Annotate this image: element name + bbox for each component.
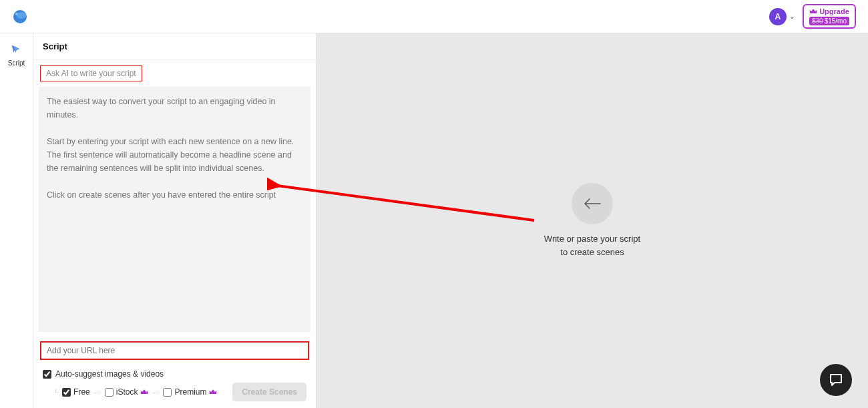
- ask-ai-button[interactable]: Ask AI to write your script: [40, 65, 142, 81]
- main-layout: Script Script Ask AI to write your scrip…: [0, 33, 868, 408]
- crown-icon: [140, 388, 148, 396]
- create-scenes-button[interactable]: Create Scenes: [232, 383, 306, 401]
- svg-point-1: [17, 12, 26, 19]
- top-header: A ⌄ Upgrade $30$15/mo: [0, 0, 868, 33]
- app-logo[interactable]: [12, 9, 28, 25]
- url-input[interactable]: [40, 341, 309, 360]
- panel-title: Script: [33, 33, 316, 60]
- preview-empty-line2: to create scenes: [544, 246, 640, 259]
- sources-row: └ Free — iStock — Premium Create Scenes: [33, 381, 316, 408]
- crown-icon: [209, 388, 217, 396]
- sidebar-script-label: Script: [8, 59, 25, 67]
- preview-empty-line1: Write or paste your script: [544, 232, 640, 246]
- arrow-left-circle: [572, 183, 613, 224]
- upgrade-button[interactable]: Upgrade $30$15/mo: [803, 4, 856, 29]
- chat-icon: [828, 372, 844, 388]
- auto-suggest-row: Auto-suggest images & videos: [33, 364, 316, 381]
- user-menu[interactable]: A ⌄: [769, 8, 795, 25]
- upgrade-new-price: $15/mo: [825, 17, 847, 25]
- auto-suggest-label: Auto-suggest images & videos: [55, 369, 164, 379]
- source-premium-checkbox[interactable]: [163, 388, 172, 397]
- upgrade-label: Upgrade: [819, 7, 849, 15]
- source-premium-label: Premium: [174, 387, 206, 397]
- arrow-left-icon: [584, 198, 601, 210]
- source-free-checkbox[interactable]: [62, 388, 71, 397]
- source-istock-checkbox[interactable]: [105, 388, 114, 397]
- upgrade-old-price: $30: [812, 17, 823, 25]
- sidebar-item-script[interactable]: Script: [8, 43, 25, 67]
- script-panel: Script Ask AI to write your script Auto-…: [33, 33, 316, 408]
- preview-area: Write or paste your script to create sce…: [316, 33, 868, 408]
- crown-icon: [809, 7, 817, 15]
- chat-fab[interactable]: [820, 364, 852, 396]
- tree-connector: └: [53, 389, 58, 396]
- source-istock-label: iStock: [116, 387, 138, 397]
- auto-suggest-checkbox[interactable]: [43, 370, 51, 379]
- avatar: A: [769, 8, 787, 25]
- chevron-down-icon: ⌄: [789, 13, 795, 20]
- left-sidebar: Script: [0, 33, 33, 408]
- script-textarea[interactable]: [39, 87, 310, 332]
- svg-point-2: [15, 13, 18, 15]
- preview-empty-state: Write or paste your script to create sce…: [544, 183, 640, 258]
- source-free-label: Free: [73, 387, 90, 397]
- script-icon: [9, 43, 24, 57]
